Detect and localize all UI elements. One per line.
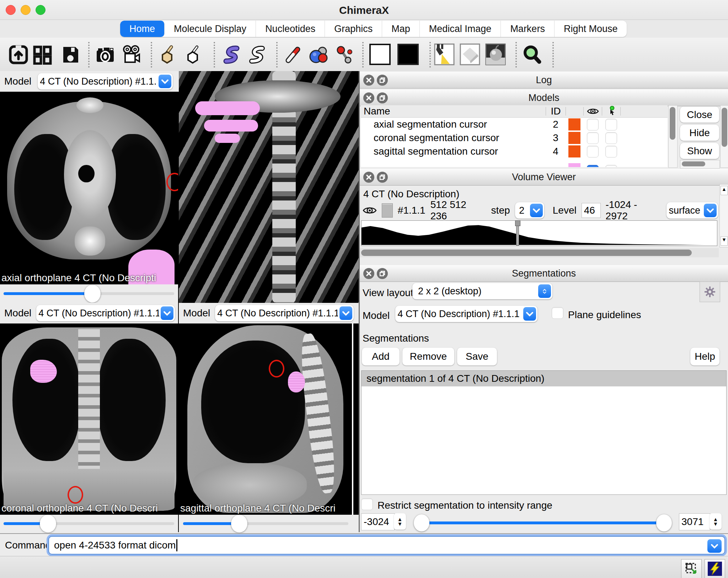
scrollbar-thumb[interactable] — [722, 108, 727, 147]
3d-view[interactable] — [179, 71, 359, 303]
column-id[interactable]: ID — [546, 107, 566, 116]
sphere-style-icon[interactable] — [309, 45, 328, 65]
sagittal-slice-slider[interactable] — [183, 522, 348, 525]
model-row-partial[interactable] — [361, 158, 668, 167]
axial-slice-slider[interactable] — [4, 292, 174, 295]
shown-checkbox[interactable] — [587, 165, 599, 167]
axial-view[interactable]: axial orthoplane 4 CT (No Descripti — [0, 92, 178, 284]
volume-histogram[interactable] — [361, 220, 717, 246]
stick-style-icon[interactable] — [283, 45, 303, 65]
selected-checkbox[interactable] — [605, 132, 617, 144]
shown-checkbox[interactable] — [587, 146, 599, 157]
plane-guidelines-checkbox[interactable] — [552, 307, 563, 319]
eye-icon[interactable] — [363, 205, 377, 215]
selected-checkbox[interactable] — [605, 165, 617, 167]
ribbon-outline-icon[interactable] — [246, 45, 266, 65]
scrollbar-thumb[interactable] — [682, 161, 705, 166]
intensity-min-input[interactable]: -3024 — [361, 513, 395, 530]
selected-checkbox[interactable] — [605, 119, 617, 130]
model-row[interactable]: axial segmentation cursor 2 — [361, 118, 668, 131]
close-model-button[interactable]: Close — [680, 107, 719, 123]
restrict-intensity-checkbox[interactable] — [361, 498, 373, 510]
tab-map[interactable]: Map — [382, 21, 420, 37]
record-movie-icon[interactable] — [122, 45, 141, 65]
fast-mode-button[interactable] — [705, 559, 725, 578]
model-color-swatch[interactable] — [568, 132, 580, 144]
volume-color-swatch[interactable] — [382, 203, 393, 218]
sagittal-model-select[interactable]: 4 CT (No Description) #1.1.1 — [215, 305, 354, 321]
snapshot-camera-icon[interactable] — [95, 45, 115, 65]
threshold-marker[interactable] — [516, 221, 519, 246]
level-input[interactable]: 46 — [582, 203, 601, 218]
volume-horizontal-scrollbar[interactable] — [360, 248, 719, 257]
slider-knob[interactable] — [40, 515, 56, 532]
save-icon[interactable] — [60, 45, 80, 65]
help-button[interactable]: Help — [690, 348, 719, 365]
segmentation-model-select[interactable]: 4 CT (No Description) #1.1.1 — [395, 306, 537, 322]
open-icon[interactable] — [9, 45, 28, 65]
model-color-swatch[interactable] — [568, 163, 580, 167]
scrollbar-thumb[interactable] — [361, 250, 692, 256]
shown-checkbox[interactable] — [587, 132, 599, 144]
save-segmentation-button[interactable]: Save — [457, 348, 497, 365]
models-table-scrollbar[interactable] — [668, 105, 678, 168]
tab-medical-image[interactable]: Medical Image — [420, 21, 501, 37]
model-row[interactable]: sagittal segmentation cursor 4 — [361, 145, 668, 158]
coronal-model-select[interactable]: 4 CT (No Description) #1.1.1 — [36, 305, 175, 321]
tab-molecule-display[interactable]: Molecule Display — [165, 21, 256, 37]
slider-knob[interactable] — [84, 285, 101, 303]
display-style-select[interactable]: surface — [667, 202, 718, 219]
show-model-button[interactable]: Show — [680, 143, 719, 159]
sagittal-view[interactable]: sagittal orthoplane 4 CT (No Descri — [179, 323, 353, 515]
tile-windows-icon[interactable] — [32, 45, 52, 65]
selected-checkbox[interactable] — [605, 146, 617, 157]
tab-home[interactable]: Home — [120, 21, 165, 37]
intensity-max-input[interactable]: 3071 — [679, 513, 710, 530]
intensity-max-stepper[interactable]: ▲▼ — [710, 513, 722, 530]
zoom-magnifier-icon[interactable] — [522, 45, 542, 65]
column-selected[interactable] — [602, 107, 620, 116]
command-history-chevron-icon[interactable] — [707, 539, 722, 553]
scroll-down-arrow[interactable]: ▼ — [721, 236, 728, 246]
column-color[interactable] — [566, 107, 583, 116]
soft-lighting-icon[interactable] — [460, 43, 480, 65]
simple-lighting-icon[interactable] — [434, 43, 455, 65]
tab-markers[interactable]: Markers — [501, 21, 555, 37]
range-max-knob[interactable] — [656, 514, 672, 531]
black-background-icon[interactable] — [397, 43, 419, 65]
threshold-marker-handle[interactable] — [515, 220, 520, 226]
segmentation-list-item-selected[interactable]: segmentation 1 of 4 CT (No Description) — [362, 371, 726, 386]
add-segmentation-button[interactable]: Add — [362, 348, 400, 365]
shown-checkbox[interactable] — [587, 119, 599, 130]
tab-graphics[interactable]: Graphics — [325, 21, 382, 37]
ball-and-stick-style-icon[interactable] — [334, 45, 354, 65]
column-shown[interactable] — [583, 107, 602, 116]
volume-vertical-scrollbar[interactable]: ▲ ▼ — [719, 184, 728, 247]
coronal-slice-slider[interactable] — [4, 522, 174, 525]
column-name[interactable]: Name — [361, 107, 546, 116]
model-color-swatch[interactable] — [568, 118, 580, 130]
view-layout-select[interactable]: 2 x 2 (desktop) — [412, 283, 552, 299]
tab-right-mouse[interactable]: Right Mouse — [555, 21, 627, 37]
scrollbar-thumb[interactable] — [670, 107, 675, 140]
command-input[interactable]: open 4-24533 format dicom — [48, 536, 725, 555]
range-min-knob[interactable] — [414, 514, 429, 531]
coronal-view[interactable]: coronal orthoplane 4 CT (No Descri — [0, 323, 178, 515]
models-buttons-scrollbar[interactable] — [680, 160, 720, 168]
intensity-range-slider[interactable] — [417, 521, 670, 524]
scroll-up-arrow[interactable]: ▲ — [721, 186, 728, 195]
model-color-swatch[interactable] — [568, 145, 580, 157]
axial-model-select[interactable]: 4 CT (No Description) #1.1.1 — [38, 73, 173, 90]
ribbon-purple-icon[interactable] — [220, 45, 240, 65]
slider-knob[interactable] — [231, 515, 247, 532]
tab-nucleotides[interactable]: Nucleotides — [256, 21, 325, 37]
step-select[interactable]: 2 — [515, 202, 544, 219]
intensity-min-stepper[interactable]: ▲▼ — [394, 513, 406, 530]
molecule-outline-icon[interactable] — [183, 45, 203, 65]
white-background-icon[interactable] — [369, 43, 391, 65]
models-panel-scrollbar[interactable] — [720, 105, 728, 168]
hide-model-button[interactable]: Hide — [680, 125, 719, 141]
full-lighting-icon[interactable] — [485, 43, 506, 65]
remove-segmentation-button[interactable]: Remove — [402, 348, 454, 365]
molecule-tan-icon[interactable] — [158, 45, 178, 65]
